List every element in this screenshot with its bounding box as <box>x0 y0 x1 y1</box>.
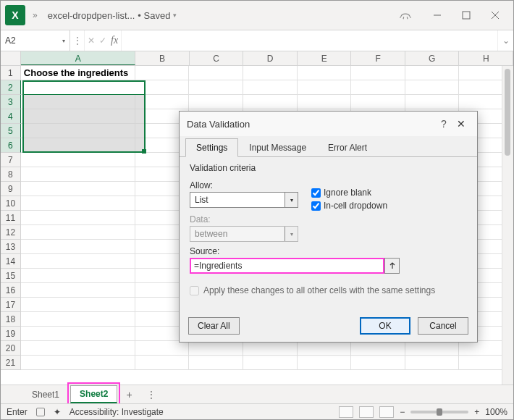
cell[interactable] <box>243 66 298 80</box>
cell[interactable] <box>405 356 460 370</box>
row-header[interactable]: 13 <box>1 240 21 254</box>
accessibility-icon[interactable]: ✦ <box>54 407 61 417</box>
cell[interactable] <box>189 341 243 356</box>
cell[interactable] <box>405 80 460 95</box>
cell[interactable] <box>21 240 135 254</box>
zoom-out-button[interactable]: − <box>400 407 405 417</box>
allow-combo[interactable]: List ▾ <box>190 192 298 208</box>
tab-settings[interactable]: Settings <box>185 138 238 157</box>
cancel-formula-icon[interactable]: ✕ <box>88 35 95 46</box>
cell[interactable] <box>298 95 352 109</box>
row-header[interactable]: 20 <box>1 341 21 356</box>
source-field[interactable]: =Ingredients <box>190 258 400 274</box>
cell[interactable] <box>135 66 190 80</box>
chevron-down-icon[interactable]: ▾ <box>285 193 298 207</box>
help-button[interactable]: ? <box>435 118 452 130</box>
incell-dropdown-checkbox[interactable]: In-cell dropdown <box>311 201 387 211</box>
row-header[interactable]: 8 <box>1 167 21 182</box>
cell[interactable] <box>405 95 460 109</box>
cell[interactable] <box>135 80 190 95</box>
title-dropdown-icon[interactable]: ▾ <box>173 12 177 19</box>
cell[interactable] <box>243 80 298 95</box>
cell[interactable] <box>21 327 135 341</box>
cell[interactable] <box>298 66 352 80</box>
row-header[interactable]: 10 <box>1 196 21 211</box>
add-sheet-button[interactable]: + <box>119 386 139 403</box>
maximize-button[interactable] <box>452 5 480 25</box>
cell[interactable] <box>243 341 298 356</box>
sheet-tab-sheet1[interactable]: Sheet1 <box>22 386 69 403</box>
cell[interactable] <box>21 298 135 312</box>
cell[interactable] <box>351 66 405 80</box>
dialog-close-button[interactable]: ✕ <box>452 118 470 130</box>
cell[interactable] <box>351 95 405 109</box>
cell[interactable] <box>21 153 135 167</box>
cell[interactable] <box>21 124 135 138</box>
incell-dropdown-input[interactable] <box>311 201 321 211</box>
zoom-level[interactable]: 100% <box>485 407 507 417</box>
privacy-icon[interactable] <box>392 5 419 25</box>
column-header[interactable]: E <box>298 51 352 65</box>
document-title[interactable]: excel-dropdpen-list... • Saved ▾ <box>48 10 177 21</box>
zoom-in-button[interactable]: + <box>474 407 479 417</box>
macro-record-icon[interactable] <box>36 408 45 416</box>
cell[interactable] <box>21 356 135 370</box>
formula-expand-icon[interactable]: ⌄ <box>497 30 513 51</box>
enter-formula-icon[interactable]: ✓ <box>99 35 106 46</box>
name-box-dropdown-icon[interactable]: ▾ <box>62 38 65 44</box>
cell[interactable] <box>135 95 190 109</box>
cell[interactable] <box>243 95 298 109</box>
zoom-slider[interactable] <box>410 411 468 413</box>
column-header[interactable]: H <box>459 51 513 65</box>
tab-error-alert[interactable]: Error Alert <box>317 138 378 157</box>
cell[interactable] <box>189 80 243 95</box>
row-header[interactable]: 1 <box>1 66 21 80</box>
fx-icon[interactable]: fx <box>111 35 118 46</box>
cell[interactable] <box>405 341 460 356</box>
cell[interactable] <box>135 356 190 370</box>
scrollbar-thumb[interactable] <box>505 69 510 156</box>
cell[interactable] <box>21 167 135 182</box>
cell[interactable] <box>189 66 243 80</box>
cell[interactable] <box>189 356 243 370</box>
column-header[interactable]: A <box>21 51 135 65</box>
accessibility-status[interactable]: Accessibility: Investigate <box>69 407 164 417</box>
cell[interactable] <box>21 138 135 153</box>
row-header[interactable]: 4 <box>1 109 21 124</box>
column-header[interactable]: C <box>190 51 244 65</box>
row-header[interactable]: 7 <box>1 153 21 167</box>
row-header[interactable]: 2 <box>1 80 21 95</box>
column-header[interactable]: G <box>405 51 460 65</box>
cell[interactable] <box>21 182 135 196</box>
cell[interactable] <box>405 66 460 80</box>
cell[interactable] <box>351 341 405 356</box>
cell[interactable] <box>21 80 135 95</box>
cancel-button[interactable]: Cancel <box>418 317 468 335</box>
cell[interactable] <box>21 341 135 356</box>
row-header[interactable]: 12 <box>1 225 21 240</box>
select-all-corner[interactable] <box>1 51 21 65</box>
column-header[interactable]: D <box>243 51 298 65</box>
row-header[interactable]: 9 <box>1 182 21 196</box>
clear-all-button[interactable]: Clear All <box>188 317 240 335</box>
cell[interactable] <box>21 269 135 283</box>
normal-view-button[interactable] <box>339 406 353 418</box>
page-layout-view-button[interactable] <box>359 406 374 418</box>
cell[interactable] <box>21 254 135 269</box>
row-header[interactable]: 3 <box>1 95 21 109</box>
row-header[interactable]: 6 <box>1 138 21 153</box>
row-header[interactable]: 5 <box>1 124 21 138</box>
cell[interactable] <box>21 95 135 109</box>
tab-input-message[interactable]: Input Message <box>238 138 317 157</box>
cell[interactable] <box>21 196 135 211</box>
cell[interactable] <box>298 80 352 95</box>
ignore-blank-input[interactable] <box>311 188 321 198</box>
cell[interactable] <box>243 356 298 370</box>
cell[interactable]: Choose the ingredients <box>21 66 135 80</box>
cell[interactable] <box>351 356 405 370</box>
row-header[interactable]: 18 <box>1 312 21 327</box>
formula-input[interactable] <box>121 30 497 51</box>
cell[interactable] <box>21 211 135 225</box>
cell[interactable] <box>298 356 352 370</box>
row-header[interactable]: 16 <box>1 283 21 298</box>
